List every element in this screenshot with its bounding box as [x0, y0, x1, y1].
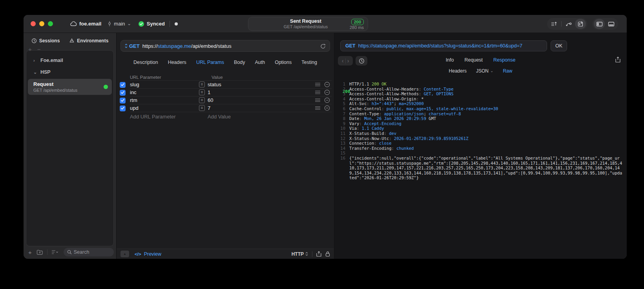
add-param-name-placeholder[interactable]: Add URL Parameter — [130, 114, 208, 120]
chevron-down-icon: ⌄ — [128, 22, 131, 26]
toggle-bottom-panel-button[interactable] — [606, 19, 617, 29]
tab-headers[interactable]: Headers — [168, 60, 186, 65]
line-number: 16 — [337, 156, 345, 180]
add-param-value-placeholder[interactable]: Add Value — [208, 114, 231, 120]
sort-filter-button[interactable] — [51, 250, 59, 254]
merge-branch-button[interactable] — [563, 19, 574, 29]
url-scheme: https:// — [142, 43, 158, 49]
response-subtab-headers[interactable]: Headers — [449, 68, 467, 74]
param-value-field[interactable]: 1 — [208, 89, 315, 95]
send-refresh-button[interactable] — [320, 43, 326, 49]
remove-session-button[interactable]: − — [37, 46, 41, 52]
drag-handle-icon[interactable] — [315, 98, 320, 102]
chevron-down-icon: ⌄ — [33, 70, 37, 75]
response-line: 15 — [337, 151, 623, 156]
response-line: 2Access-Control-Allow-Headers: Content-T… — [337, 87, 623, 92]
sidebar-tab-environments[interactable]: Environments — [69, 38, 108, 44]
url-path: /api/embed/status — [191, 43, 232, 49]
stepper-icon — [305, 252, 308, 256]
toggle-sidebar-button[interactable] — [594, 19, 605, 29]
layout-sidebar-icon — [596, 22, 603, 27]
collapse-panel-button[interactable]: ▲ — [120, 251, 129, 257]
add-request-button[interactable]: + — [28, 249, 32, 256]
tab-options[interactable]: Options — [275, 60, 292, 65]
preview-button[interactable]: </> Preview — [135, 251, 161, 257]
share-button[interactable] — [316, 251, 321, 257]
param-value-field[interactable]: status — [208, 82, 315, 87]
param-name-field[interactable]: upd — [130, 105, 199, 111]
response-line: 3Access-Control-Allow-Methods: GET, OPTI… — [337, 91, 623, 96]
lock-icon — [325, 251, 330, 257]
tab-testing[interactable]: Testing — [301, 60, 317, 65]
column-header-value: Value — [208, 75, 223, 80]
protocol-label: HTTP — [292, 251, 304, 257]
param-name-field[interactable]: rtm — [130, 97, 199, 103]
lock-button[interactable] — [325, 251, 330, 257]
import-export-button[interactable] — [575, 19, 586, 29]
param-name-field[interactable]: inc — [130, 89, 199, 95]
url-params-table: URL Parameter Value slug=statusinc=1rtm=… — [119, 74, 332, 121]
drag-handle-icon[interactable] — [315, 91, 320, 94]
param-enabled-checkbox[interactable] — [120, 98, 126, 104]
param-enabled-checkbox[interactable] — [120, 105, 126, 111]
zoom-window-button[interactable] — [48, 21, 53, 26]
layout-toggle-group — [592, 18, 618, 30]
drag-handle-icon[interactable] — [315, 83, 320, 86]
tab-body[interactable]: Body — [234, 60, 245, 65]
line-number: 15 — [337, 151, 345, 156]
sidebar-folder-foe-email[interactable]: ›Foe.email — [26, 55, 113, 66]
response-line: 6Cache-Control: public, max-age=15, stal… — [337, 106, 623, 111]
response-status-box: 200 OK — [551, 40, 567, 51]
group-separator — [561, 21, 562, 27]
param-row: inc=1 — [130, 89, 332, 96]
remove-param-button[interactable] — [324, 105, 330, 111]
response-subtab-json[interactable]: JSON⌄ — [476, 68, 493, 74]
add-session-button[interactable]: + — [28, 46, 32, 52]
request-method[interactable]: GET — [129, 43, 140, 49]
subtab-label: JSON — [476, 68, 489, 74]
sidebar-item-request[interactable]: RequestGET /api/embed/status — [28, 79, 112, 95]
drag-handle-icon[interactable] — [315, 106, 320, 110]
add-param-row[interactable]: Add URL Parameter Add Value — [130, 112, 332, 121]
protocol-selector[interactable]: HTTP — [292, 251, 308, 257]
workspace-menu[interactable]: foe.email — [70, 21, 101, 27]
close-window-button[interactable] — [31, 21, 36, 26]
tab-url-params[interactable]: URL Params — [196, 60, 224, 65]
window-controls — [24, 21, 53, 26]
minimize-window-button[interactable] — [39, 21, 44, 26]
sidebar-tab-sessions[interactable]: Sessions — [31, 38, 60, 44]
request-url-bar[interactable]: GET https://statuspage.me/api/embed/stat… — [120, 40, 330, 52]
request-summary-status: 200 280 ms — [342, 18, 368, 30]
response-tab-request[interactable]: Request — [465, 57, 483, 63]
branch-selector[interactable]: main ⌄ — [108, 21, 131, 27]
remove-param-button[interactable] — [324, 97, 330, 103]
equals-icon: = — [199, 89, 205, 95]
new-folder-button[interactable] — [36, 249, 43, 255]
tab-auth[interactable]: Auth — [255, 60, 265, 65]
sync-status[interactable]: Synced — [138, 21, 165, 27]
export-response-button[interactable] — [615, 56, 620, 63]
param-enabled-checkbox[interactable] — [120, 82, 126, 88]
method-stepper-icon[interactable] — [125, 44, 128, 48]
request-summary-pill[interactable]: Sent Request GET /api/embed/status 200 2… — [248, 17, 368, 31]
tab-description[interactable]: Description — [133, 60, 158, 65]
remove-param-button[interactable] — [324, 82, 330, 87]
request-summary-title: Sent Request — [270, 18, 342, 24]
param-value-field[interactable]: 7 — [208, 105, 315, 111]
param-enabled-checkbox[interactable] — [120, 90, 126, 96]
response-subtab-raw[interactable]: Raw — [503, 68, 512, 74]
sidebar-tab-label: Sessions — [39, 38, 60, 44]
response-tab-response[interactable]: Response — [493, 57, 515, 63]
sidebar-folder-hsp[interactable]: ⌄HSP — [26, 66, 113, 78]
app-window: foe.email main ⌄ Synced Sent — [24, 15, 627, 259]
response-body: 1HTTP/1.1 200 OK2Access-Control-Allow-He… — [334, 79, 624, 259]
line-text: Cache-Control: public, max-age=15, stale… — [349, 106, 623, 111]
response-line: 1HTTP/1.1 200 OK — [337, 82, 623, 87]
line-text: Date: Mon, 26 Jan 2026 20:29:59 GMT — [349, 116, 623, 121]
sort-export-button[interactable] — [549, 19, 560, 29]
param-value-field[interactable]: 60 — [208, 97, 315, 103]
param-name-field[interactable]: slug — [130, 82, 199, 87]
response-tab-info[interactable]: Info — [446, 57, 454, 63]
sidebar-search[interactable]: Search — [64, 248, 114, 256]
remove-param-button[interactable] — [324, 89, 330, 95]
